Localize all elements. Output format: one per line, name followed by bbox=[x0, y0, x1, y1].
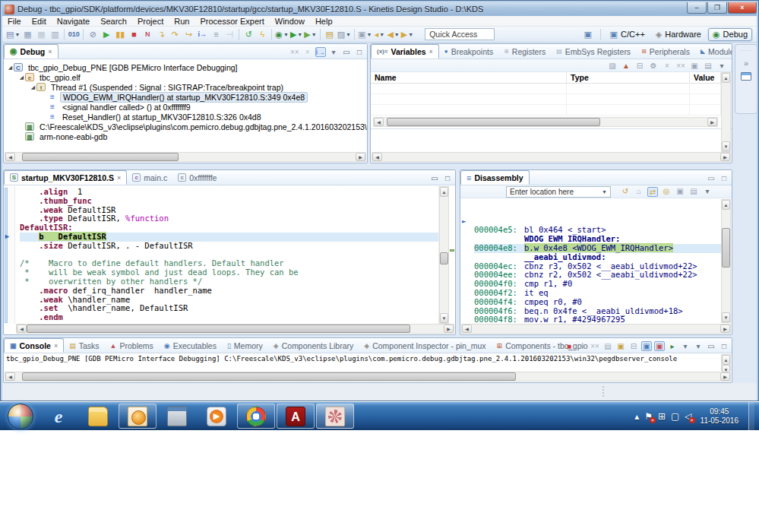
instruction-stepping-toggle-icon[interactable]: i→ bbox=[315, 47, 326, 57]
remove-launch-icon[interactable]: × bbox=[577, 342, 587, 350]
trace-end-icon[interactable]: ⊣ bbox=[223, 28, 236, 41]
editor-tab-0xfffffffe[interactable]: c0xfffffffe bbox=[172, 170, 222, 185]
new-wizard-icon[interactable]: ▤▼ bbox=[5, 28, 21, 41]
show-logical-structure-icon[interactable]: ▲ bbox=[621, 62, 631, 70]
tab-registers[interactable]: ≋Registers bbox=[498, 44, 551, 59]
skip-breakpoints-icon[interactable]: ⊘ bbox=[86, 28, 100, 41]
external-tools-icon[interactable]: ▶▼ bbox=[303, 28, 317, 41]
scroll-left-icon[interactable]: ◀ bbox=[17, 325, 27, 333]
chevron-down-icon[interactable]: ▼ bbox=[14, 32, 20, 37]
tree-expander-icon[interactable]: ◢ bbox=[18, 74, 25, 81]
column-header-value[interactable]: Value bbox=[690, 72, 721, 83]
menu-edit[interactable]: Edit bbox=[27, 16, 52, 26]
tab-peripherals[interactable]: ⊞Peripherals bbox=[636, 44, 695, 59]
table-row[interactable] bbox=[371, 105, 721, 116]
chevron-down-icon[interactable]: ▼ bbox=[602, 189, 607, 195]
step-return-icon[interactable]: ↪ bbox=[182, 28, 195, 41]
pin-editor-icon[interactable]: ▣▼ bbox=[357, 28, 372, 41]
build-icon[interactable]: 010 bbox=[67, 28, 81, 41]
minimize-icon[interactable]: ▭ bbox=[341, 48, 352, 56]
console-vscrollbar[interactable]: ▲ ▼ bbox=[721, 354, 731, 371]
editor-ruler[interactable]: ► bbox=[4, 186, 15, 324]
open-console-icon[interactable]: ▾ bbox=[693, 342, 704, 350]
tab-executables[interactable]: ◉Executables bbox=[159, 338, 222, 353]
minimize-icon[interactable]: ▭ bbox=[706, 174, 716, 182]
save-all-icon[interactable]: ▦ bbox=[34, 28, 48, 41]
scroll-left-icon[interactable]: ◀ bbox=[5, 372, 15, 381]
menu-processor-expert[interactable]: Processor Expert bbox=[194, 16, 269, 26]
display-selected-console-icon[interactable]: ▾ bbox=[680, 342, 691, 350]
show-hidden-icons[interactable]: ▴ bbox=[634, 411, 639, 422]
resume-icon[interactable]: ▶ bbox=[100, 28, 113, 41]
editor-overview-ruler[interactable]: ▲ ▼ bbox=[438, 186, 455, 324]
tree-item[interactable]: ▥C:\Freescale\KDS_v3\eclipse\plugins\com… bbox=[4, 122, 367, 131]
scroll-down-icon[interactable]: ▼ bbox=[722, 141, 730, 151]
close-icon[interactable]: × bbox=[117, 174, 121, 182]
outline-view-icon[interactable] bbox=[741, 72, 751, 81]
show-on-stdout-icon[interactable]: ▣ bbox=[641, 341, 652, 351]
chevron-down-icon[interactable]: ▼ bbox=[312, 32, 317, 37]
restore-views-icon[interactable]: » bbox=[744, 59, 748, 68]
column-header-name[interactable]: Name bbox=[371, 72, 567, 83]
close-icon[interactable]: × bbox=[429, 48, 433, 55]
close-button[interactable]: × bbox=[728, 2, 757, 14]
show-execution-icon[interactable]: ≡ bbox=[209, 28, 223, 41]
tab-console[interactable]: ▣Console× bbox=[4, 338, 64, 353]
media-player-icon[interactable] bbox=[198, 404, 236, 429]
debug-hscrollbar[interactable]: ◀ ▶ bbox=[5, 152, 366, 162]
chevron-down-icon[interactable]: ▼ bbox=[379, 32, 384, 37]
chrome-icon[interactable] bbox=[237, 404, 275, 429]
chevron-down-icon[interactable]: ▼ bbox=[283, 32, 289, 37]
scroll-right-icon[interactable]: ▶ bbox=[707, 118, 717, 126]
chevron-down-icon[interactable]: ▼ bbox=[297, 32, 302, 37]
configure-view-icon[interactable]: ▤ bbox=[688, 187, 699, 197]
perspective-c-c-[interactable]: ▣C/C++ bbox=[606, 29, 649, 40]
scroll-right-icon[interactable]: ▶ bbox=[444, 325, 454, 333]
tab-debug[interactable]: ◉ Debug × bbox=[4, 44, 59, 59]
tree-item[interactable]: ◢Ctbc_gpio_Debug_PNE [GDB PEMicro Interf… bbox=[4, 62, 367, 72]
scroll-lock-icon[interactable]: ▣ bbox=[615, 342, 626, 350]
remove-all-terminated-icon[interactable]: ×× bbox=[289, 48, 300, 56]
console-output[interactable]: tbc_gpio_Debug_PNE [GDB PEMicro Interfac… bbox=[6, 355, 719, 364]
maximize-icon[interactable]: □ bbox=[354, 48, 365, 56]
menu-navigate[interactable]: Navigate bbox=[52, 16, 95, 26]
clear-console-icon[interactable]: ▤ bbox=[602, 342, 613, 350]
tree-item[interactable]: ≡Reset_Handler() at startup_MKV30F12810.… bbox=[4, 112, 367, 122]
restore-button[interactable]: ❐ bbox=[707, 2, 727, 14]
show-source-icon[interactable]: ◎ bbox=[661, 187, 672, 197]
close-icon[interactable]: × bbox=[48, 48, 52, 55]
editor-hscrollbar[interactable]: ◀ ▶ bbox=[16, 324, 454, 334]
column-header-type[interactable]: Type bbox=[567, 72, 690, 83]
scroll-right-icon[interactable]: ▶ bbox=[720, 153, 730, 161]
table-row[interactable] bbox=[371, 84, 721, 94]
home-icon[interactable]: ⌂ bbox=[634, 187, 644, 197]
chevron-down-icon[interactable]: ▼ bbox=[346, 32, 351, 37]
new-view-icon[interactable]: ▣ bbox=[675, 187, 685, 197]
gear-icon[interactable]: ⚙ bbox=[648, 62, 659, 70]
tree-item[interactable]: ▥arm-none-eabi-gdb bbox=[4, 131, 367, 141]
menu-file[interactable]: File bbox=[2, 16, 27, 26]
variables-detail-pane[interactable] bbox=[371, 128, 732, 152]
scroll-up-icon[interactable]: ▲ bbox=[722, 73, 730, 83]
variables-vscrollbar[interactable]: ▲ ▼ bbox=[721, 72, 731, 152]
forward-icon[interactable]: ▶▼ bbox=[400, 28, 414, 41]
editor-tab-startup-mkv30f12810-s[interactable]: Sstartup_MKV30F12810.S× bbox=[4, 170, 127, 185]
perspective-debug[interactable]: ◉Debug bbox=[708, 28, 752, 41]
disconnect-icon[interactable]: N bbox=[141, 28, 154, 41]
view-menu-icon[interactable]: ▾ bbox=[328, 48, 339, 56]
table-row[interactable] bbox=[371, 94, 721, 105]
scroll-left-icon[interactable]: ◀ bbox=[372, 153, 382, 161]
open-resource-icon[interactable]: ▤ bbox=[323, 28, 337, 41]
tab-memory[interactable]: ▯Memory bbox=[222, 338, 268, 353]
editor-code[interactable]: .align 1 .thumb_func .weak DefaultISR .t… bbox=[15, 186, 438, 324]
scroll-down-icon[interactable]: ▼ bbox=[722, 312, 730, 322]
remove-icon[interactable]: × bbox=[662, 62, 672, 70]
chevron-down-icon[interactable]: ▼ bbox=[394, 32, 400, 37]
tree-item[interactable]: ◢tThread #1 (Suspended : Signal : SIGTRA… bbox=[4, 82, 367, 92]
word-wrap-icon[interactable]: ⊟ bbox=[628, 342, 639, 350]
volume-muted-icon[interactable]: ◁× bbox=[685, 411, 691, 422]
tab-variables[interactable]: (x)=Variables× bbox=[371, 44, 439, 59]
sync-with-active-icon[interactable]: ⇄ bbox=[647, 187, 658, 197]
menu-run[interactable]: Run bbox=[169, 16, 194, 26]
close-icon[interactable]: × bbox=[54, 342, 58, 350]
